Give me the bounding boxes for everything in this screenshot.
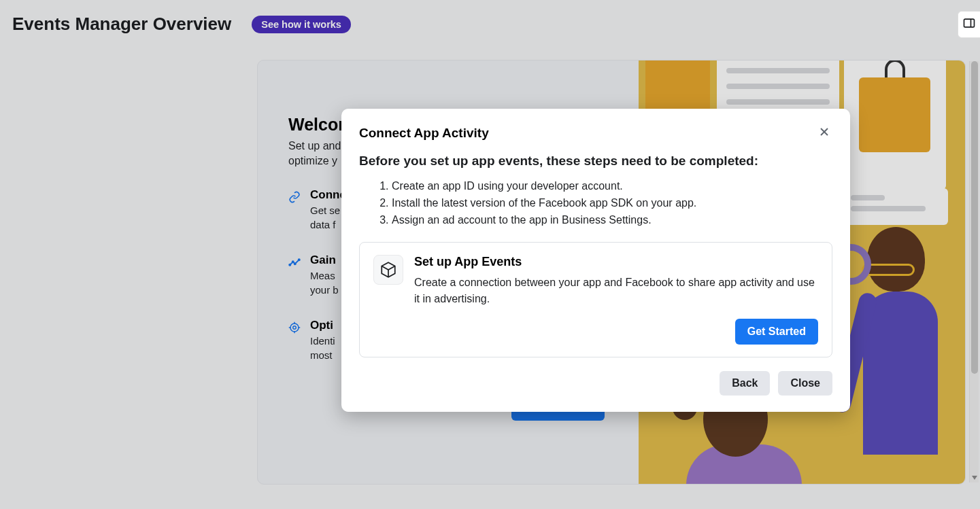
modal-header: Connect App Activity [359, 125, 832, 141]
setup-app-events-box: Set up App Events Create a connection be… [359, 242, 832, 357]
get-started-button[interactable]: Get Started [735, 319, 818, 345]
panel-toggle-button[interactable] [958, 11, 980, 38]
modal-step: Install the latest version of the Facebo… [392, 195, 832, 212]
box-icon [373, 255, 403, 285]
close-icon [817, 125, 831, 141]
modal-footer: Back Close [359, 371, 832, 396]
modal-steps-list: Create an app ID using your developer ac… [359, 178, 832, 228]
modal-step: Assign an ad account to the app in Busin… [392, 212, 832, 229]
close-button[interactable] [816, 125, 832, 141]
modal-subtitle: Before you set up app events, these step… [359, 154, 832, 169]
back-button[interactable]: Back [720, 371, 770, 396]
close-button-footer[interactable]: Close [778, 371, 832, 396]
svg-rect-0 [964, 19, 975, 27]
setup-app-events-title: Set up App Events [414, 255, 818, 269]
modal-step: Create an app ID using your developer ac… [392, 178, 832, 195]
modal-title: Connect App Activity [359, 126, 489, 141]
setup-app-events-desc: Create a connection between your app and… [414, 275, 818, 306]
panel-toggle-icon [962, 16, 976, 33]
connect-app-activity-modal: Connect App Activity Before you set up a… [341, 109, 850, 412]
